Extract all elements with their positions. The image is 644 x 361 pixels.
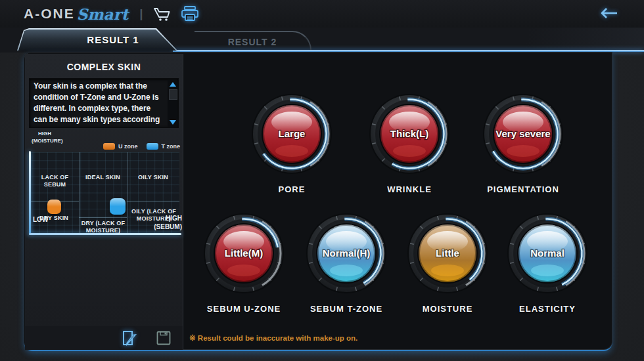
tab-result-2[interactable]: RESULT 2: [195, 31, 311, 50]
gauge-label-wrinkle: WRINKLE: [344, 184, 475, 194]
skin-type-chart: HIGH (MOISTURE) U zone T zone LACK O: [25, 130, 183, 287]
edit-note-button[interactable]: [121, 330, 138, 346]
region-oily-skin: OILY SKIN: [127, 174, 179, 181]
grid-divider: [127, 201, 179, 202]
gauge-label-pore: PORE: [226, 184, 357, 194]
gauge-dial: Little(M): [203, 213, 285, 294]
region-lack-of-sebum: LACK OF SEBUM: [31, 174, 79, 188]
description-line: can be many skin types according: [34, 114, 165, 125]
makeup-warning-note: ※ Result could be inaccurate with make-u…: [189, 333, 357, 343]
gauge-elasticity[interactable]: Normal ELASTICITY: [507, 213, 588, 294]
x-axis-high-text: HIGH: [154, 214, 182, 223]
logo-separator: |: [139, 7, 143, 21]
x-axis-low-label: LOW: [33, 216, 48, 223]
scroll-down-icon: [170, 120, 176, 125]
t-zone-swatch: [147, 143, 158, 150]
gauge-pore[interactable]: Large PORE: [251, 93, 333, 175]
gauge-dial: Very severe: [482, 93, 564, 175]
app-screen: A-ONE Smart |: [0, 0, 644, 361]
gauge-dial: Large: [251, 93, 333, 175]
svg-text:Thick(L): Thick(L): [390, 128, 428, 139]
gauge-label-elasticity: ELASTICITY: [482, 304, 613, 314]
results-area: ※ Result could be inaccurate with make-u…: [183, 52, 612, 350]
description-textbox[interactable]: Your skin is a complex that the conditio…: [29, 78, 179, 128]
tab-result-2-label: RESULT 2: [228, 37, 277, 47]
svg-text:Large: Large: [279, 128, 306, 139]
t-zone-legend-label: T zone: [162, 143, 181, 150]
svg-text:Normal: Normal: [530, 247, 564, 259]
brand-logo: A-ONE: [24, 6, 75, 22]
gauge-wrinkle[interactable]: Thick(L) WRINKLE: [369, 93, 450, 175]
brand-logo-script: Smart: [77, 5, 129, 23]
marker-t-zone: [110, 198, 126, 215]
gauge-sebum-t-zone[interactable]: Normal(H) SEBUM T-ZONE: [306, 213, 387, 294]
gauge-dial: Normal(H): [306, 213, 387, 294]
scroll-up-button[interactable]: [168, 79, 177, 89]
gauge-moisture[interactable]: Little MOISTURE: [407, 213, 488, 294]
gauge-dial: Normal: [507, 213, 588, 294]
region-dry-lack: DRY (LACK OF MOISTURE): [81, 220, 126, 234]
gauge-pigmentation[interactable]: Very severe PIGMENTATION: [482, 93, 564, 175]
svg-text:Very severe: Very severe: [495, 128, 550, 139]
panel-footer: [25, 326, 183, 350]
content-frame: COMPLEX SKIN Your skin is a complex that…: [24, 52, 612, 351]
tab-result-1-label: RESULT 1: [17, 34, 177, 45]
y-axis-line: [29, 151, 31, 235]
y-axis-label: HIGH: [38, 131, 51, 137]
description-line: different. In complex type, there: [34, 103, 165, 114]
scroll-thumb[interactable]: [169, 89, 177, 100]
y-axis-sublabel: (MOISTURE): [32, 138, 63, 144]
region-ideal-skin: IDEAL SKIN: [79, 174, 127, 181]
description-line: Your skin is a complex that the: [34, 81, 165, 92]
scroll-track[interactable]: [168, 89, 177, 117]
tab-result-1[interactable]: RESULT 1: [17, 28, 177, 51]
gauge-label-pigmentation: PIGMENTATION: [457, 184, 589, 194]
description-line: condition of T-Zone and U-Zone is: [34, 92, 165, 103]
u-zone-swatch: [103, 143, 115, 150]
marker-u-zone: [47, 200, 61, 214]
x-axis-high-subtext: (SEBUM): [154, 223, 182, 231]
grid-divider: [79, 152, 80, 233]
skin-type-title: COMPLEX SKIN: [25, 62, 183, 72]
gauge-sebum-u-zone[interactable]: Little(M) SEBUM U-ZONE: [203, 213, 285, 294]
save-disk-icon: [156, 331, 171, 345]
grid-divider: [79, 217, 127, 218]
svg-text:Little(M): Little(M): [225, 247, 263, 259]
grid-divider: [127, 152, 127, 233]
cart-button[interactable]: [153, 6, 172, 22]
description-scrollbar[interactable]: [168, 79, 177, 127]
scroll-up-icon: [170, 82, 176, 87]
back-button[interactable]: [599, 7, 619, 22]
skin-type-panel: COMPLEX SKIN Your skin is a complex that…: [25, 54, 183, 326]
print-button[interactable]: [181, 5, 199, 22]
scroll-down-button[interactable]: [168, 117, 177, 127]
edit-note-icon: [121, 330, 138, 346]
svg-text:Normal(H): Normal(H): [323, 247, 371, 259]
printer-icon: [181, 5, 199, 22]
chart-legend: U zone T zone: [103, 143, 180, 150]
svg-text:Little: Little: [436, 247, 459, 259]
x-axis-high-label: HIGH (SEBUM): [154, 214, 182, 231]
u-zone-legend-label: U zone: [118, 143, 138, 150]
save-button[interactable]: [156, 331, 171, 345]
back-arrow-icon: [599, 7, 619, 19]
top-bar: A-ONE Smart |: [0, 0, 644, 28]
shopping-cart-icon: [153, 6, 172, 22]
gauge-dial: Little: [407, 213, 488, 294]
gauge-dial: Thick(L): [369, 93, 450, 175]
